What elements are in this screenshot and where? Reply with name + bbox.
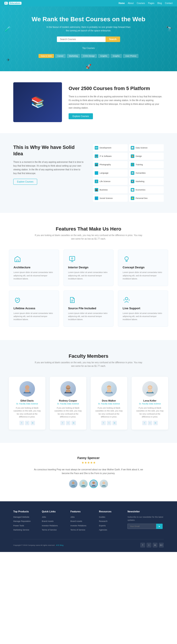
cat-business[interactable]: 💼 Business	[93, 186, 128, 193]
footer-resources-title: Resources	[99, 510, 123, 513]
why-explore-button[interactable]: Explore Courses	[13, 179, 37, 185]
cat-training[interactable]: 🏋 Training	[129, 161, 164, 168]
faculty-twitter-2[interactable]: t	[107, 421, 111, 425]
cat-it-software[interactable]: 💻 IT & Software	[93, 153, 128, 160]
footer-features-link-3[interactable]: Terms of Service	[70, 528, 94, 532]
faculty-card-3: Lena Keller Sr. Faculty Data Science If …	[132, 377, 168, 430]
cat-life-science[interactable]: 🔬 Life Science	[93, 178, 128, 185]
faculty-title: Faculty Members	[9, 353, 168, 359]
logo-icon: E	[4, 2, 8, 5]
search-input[interactable]	[57, 36, 106, 42]
course-tag-0[interactable]: Data to Web	[38, 54, 54, 58]
course-tag-3[interactable]: CISN Design	[81, 54, 97, 58]
explore-courses-button[interactable]: Explore Courses	[68, 113, 93, 119]
faculty-linkedin-3[interactable]: in	[153, 421, 158, 425]
cat-data-science-icon: 📊	[131, 146, 134, 150]
about-section: 📚 Over 2500 Courses from 5 Platform Ther…	[0, 71, 177, 133]
course-tag-2[interactable]: Marketing	[67, 54, 80, 58]
newsletter-input[interactable]	[128, 524, 156, 529]
faculty-facebook-1[interactable]: f	[60, 421, 65, 425]
footer-copyright-link[interactable]: AYE Blog	[56, 544, 64, 546]
footer-quicklinks-link-0[interactable]: Jobs	[42, 516, 66, 518]
footer-googleplus[interactable]: G+	[159, 543, 164, 548]
course-tag-5[interactable]: Graphic	[110, 54, 122, 58]
cat-economics[interactable]: 📈 Economics	[129, 186, 164, 193]
cat-development[interactable]: ⌨ Development	[93, 144, 128, 151]
nav-pages[interactable]: Pages	[148, 2, 154, 4]
cat-social-science[interactable]: 👥 Social Science	[93, 195, 128, 202]
course-tag-4[interactable]: Graphic	[98, 54, 110, 58]
cat-development-icon: ⌨	[95, 146, 98, 150]
cat-humanities[interactable]: 📖 Humanities	[129, 170, 164, 176]
cat-it-software-label: IT & Software	[100, 155, 112, 157]
footer-features-link-2[interactable]: Investor Relations	[70, 524, 94, 527]
course-tags: Data to Web Career Marketing CISN Design…	[38, 54, 138, 58]
testimonial-avatar-1[interactable]	[79, 480, 88, 488]
faculty-linkedin-1[interactable]: in	[72, 421, 76, 425]
footer-facebook[interactable]: f	[140, 543, 145, 548]
nav-courses[interactable]: Courses	[137, 2, 145, 4]
faculty-facebook-2[interactable]: f	[101, 421, 106, 425]
course-tag-1[interactable]: Career	[55, 54, 66, 58]
testimonial-section: Fanny Spencer ★★★★★ As conscious traveli…	[0, 443, 177, 501]
cat-design[interactable]: 🎨 Design	[129, 153, 164, 160]
footer-linkedin[interactable]: in	[153, 543, 158, 548]
hero-subtitle: In the favour of modern astronomy, there…	[46, 26, 130, 32]
features-title: Features That Make Us Hero	[9, 226, 168, 232]
svg-point-11	[25, 385, 30, 390]
footer-products-link-0[interactable]: Managed Website	[13, 516, 38, 518]
nav-contact[interactable]: Contact	[165, 2, 172, 4]
faculty-twitter-3[interactable]: t	[148, 421, 152, 425]
footer-quicklinks-link-1[interactable]: Brand Assets	[42, 520, 66, 523]
course-tag-6[interactable]: User Photos	[123, 54, 138, 58]
footer-twitter[interactable]: t	[146, 543, 151, 548]
faculty-twitter-1[interactable]: t	[66, 421, 70, 425]
svg-point-19	[72, 482, 74, 484]
faculty-linkedin-0[interactable]: in	[30, 421, 35, 425]
nav-blog[interactable]: Blog	[158, 2, 162, 4]
features-header: Features That Make Us Hero If you are lo…	[9, 226, 168, 241]
svg-rect-14	[66, 390, 70, 392]
testimonial-avatar-3[interactable]	[100, 480, 108, 488]
footer-resources-link-2[interactable]: Experts	[99, 524, 123, 527]
footer-products-link-1[interactable]: Manage Reputation	[13, 520, 38, 523]
cat-photography[interactable]: 📷 Photography	[93, 161, 128, 168]
cat-personal-dev[interactable]: ⭐ Personal Dev	[129, 195, 164, 202]
deco-flask-icon: 🧪	[4, 26, 11, 32]
faculty-facebook-3[interactable]: f	[142, 421, 147, 425]
testimonial-avatar-0[interactable]	[69, 480, 78, 488]
cat-marketing[interactable]: 📢 Marketing	[129, 178, 164, 185]
footer-quicklinks-link-2[interactable]: Investor Relations	[42, 524, 66, 527]
footer-resources-link-3[interactable]: Agencies	[99, 528, 123, 532]
footer-resources-link-0[interactable]: Guides	[99, 516, 123, 518]
footer-products-link-3[interactable]: Marketing Service	[13, 528, 38, 532]
footer: Top Products Managed Website Manage Repu…	[0, 501, 177, 552]
footer-products-link-2[interactable]: Power Tools	[13, 524, 38, 527]
cat-humanities-label: Humanities	[136, 172, 146, 174]
faculty-linkedin-2[interactable]: in	[112, 421, 117, 425]
footer-col-resources: Resources Guides Research Experts Agenci…	[99, 510, 123, 533]
footer-features-link-1[interactable]: Brand Assets	[70, 520, 94, 523]
testimonial-avatar-2[interactable]	[90, 480, 98, 488]
newsletter-submit[interactable]: ►	[156, 524, 162, 529]
faculty-header: Faculty Members If you are looking at bl…	[9, 353, 168, 368]
search-button[interactable]: Search	[106, 36, 120, 42]
footer-quicklinks-link-3[interactable]: Terms of Service	[42, 528, 66, 532]
faculty-role-3: Sr. Faculty Data Science	[135, 403, 165, 405]
feature-live-title: Live Support	[122, 306, 164, 310]
feature-architecture-desc: Lorem ipsum dolor sit amet consectetur t…	[14, 271, 54, 280]
nav-about[interactable]: About	[128, 2, 134, 4]
architecture-icon	[14, 255, 22, 263]
faculty-facebook-0[interactable]: f	[20, 421, 24, 425]
lifetime-icon	[14, 296, 22, 304]
footer-resources-link-1[interactable]: Research	[99, 520, 123, 523]
cat-data-science[interactable]: 📊 Data Science	[129, 144, 164, 151]
faculty-social-0: f t in	[12, 421, 42, 425]
rocket-icon: 🚀	[86, 64, 92, 69]
footer-newsletter-desc: Subscribe to our newsletter for the late…	[128, 516, 164, 522]
about-image: 📚	[13, 82, 62, 122]
nav-home[interactable]: Home	[118, 2, 125, 4]
footer-features-link-0[interactable]: Jobs	[70, 516, 94, 518]
faculty-twitter-0[interactable]: t	[25, 421, 30, 425]
cat-language[interactable]: 🌐 Language	[93, 170, 128, 176]
